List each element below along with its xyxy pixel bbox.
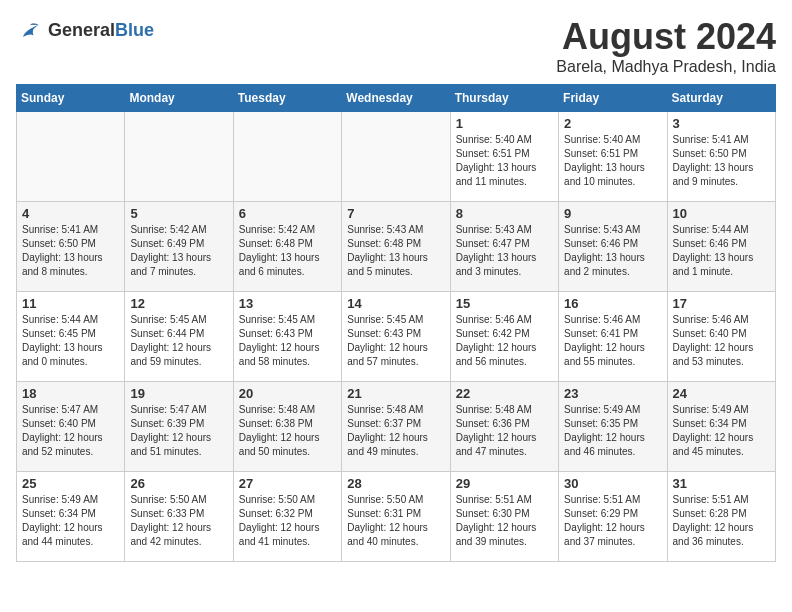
weekday-header-saturday: Saturday bbox=[667, 85, 775, 112]
weekday-header-row: SundayMondayTuesdayWednesdayThursdayFrid… bbox=[17, 85, 776, 112]
week-row-3: 11Sunrise: 5:44 AMSunset: 6:45 PMDayligh… bbox=[17, 292, 776, 382]
day-info: Sunrise: 5:50 AMSunset: 6:33 PMDaylight:… bbox=[130, 493, 227, 549]
day-info: Sunrise: 5:45 AMSunset: 6:44 PMDaylight:… bbox=[130, 313, 227, 369]
day-number: 19 bbox=[130, 386, 227, 401]
calendar-cell: 6Sunrise: 5:42 AMSunset: 6:48 PMDaylight… bbox=[233, 202, 341, 292]
week-row-1: 1Sunrise: 5:40 AMSunset: 6:51 PMDaylight… bbox=[17, 112, 776, 202]
title-area: August 2024 Barela, Madhya Pradesh, Indi… bbox=[556, 16, 776, 76]
calendar-cell bbox=[342, 112, 450, 202]
calendar-cell: 9Sunrise: 5:43 AMSunset: 6:46 PMDaylight… bbox=[559, 202, 667, 292]
day-info: Sunrise: 5:50 AMSunset: 6:31 PMDaylight:… bbox=[347, 493, 444, 549]
day-number: 9 bbox=[564, 206, 661, 221]
day-info: Sunrise: 5:41 AMSunset: 6:50 PMDaylight:… bbox=[673, 133, 770, 189]
day-info: Sunrise: 5:45 AMSunset: 6:43 PMDaylight:… bbox=[347, 313, 444, 369]
day-info: Sunrise: 5:51 AMSunset: 6:28 PMDaylight:… bbox=[673, 493, 770, 549]
calendar-cell: 17Sunrise: 5:46 AMSunset: 6:40 PMDayligh… bbox=[667, 292, 775, 382]
day-info: Sunrise: 5:47 AMSunset: 6:39 PMDaylight:… bbox=[130, 403, 227, 459]
calendar-cell: 22Sunrise: 5:48 AMSunset: 6:36 PMDayligh… bbox=[450, 382, 558, 472]
calendar-cell: 24Sunrise: 5:49 AMSunset: 6:34 PMDayligh… bbox=[667, 382, 775, 472]
calendar-cell: 29Sunrise: 5:51 AMSunset: 6:30 PMDayligh… bbox=[450, 472, 558, 562]
day-info: Sunrise: 5:46 AMSunset: 6:41 PMDaylight:… bbox=[564, 313, 661, 369]
day-number: 3 bbox=[673, 116, 770, 131]
calendar-cell: 26Sunrise: 5:50 AMSunset: 6:33 PMDayligh… bbox=[125, 472, 233, 562]
calendar-cell: 18Sunrise: 5:47 AMSunset: 6:40 PMDayligh… bbox=[17, 382, 125, 472]
weekday-header-friday: Friday bbox=[559, 85, 667, 112]
day-info: Sunrise: 5:47 AMSunset: 6:40 PMDaylight:… bbox=[22, 403, 119, 459]
day-number: 15 bbox=[456, 296, 553, 311]
day-info: Sunrise: 5:43 AMSunset: 6:48 PMDaylight:… bbox=[347, 223, 444, 279]
week-row-2: 4Sunrise: 5:41 AMSunset: 6:50 PMDaylight… bbox=[17, 202, 776, 292]
day-number: 29 bbox=[456, 476, 553, 491]
calendar-cell: 30Sunrise: 5:51 AMSunset: 6:29 PMDayligh… bbox=[559, 472, 667, 562]
day-number: 23 bbox=[564, 386, 661, 401]
day-info: Sunrise: 5:42 AMSunset: 6:48 PMDaylight:… bbox=[239, 223, 336, 279]
calendar-cell: 23Sunrise: 5:49 AMSunset: 6:35 PMDayligh… bbox=[559, 382, 667, 472]
day-info: Sunrise: 5:48 AMSunset: 6:37 PMDaylight:… bbox=[347, 403, 444, 459]
day-number: 11 bbox=[22, 296, 119, 311]
week-row-5: 25Sunrise: 5:49 AMSunset: 6:34 PMDayligh… bbox=[17, 472, 776, 562]
calendar-cell bbox=[17, 112, 125, 202]
day-info: Sunrise: 5:50 AMSunset: 6:32 PMDaylight:… bbox=[239, 493, 336, 549]
day-info: Sunrise: 5:42 AMSunset: 6:49 PMDaylight:… bbox=[130, 223, 227, 279]
day-info: Sunrise: 5:43 AMSunset: 6:46 PMDaylight:… bbox=[564, 223, 661, 279]
calendar-table: SundayMondayTuesdayWednesdayThursdayFrid… bbox=[16, 84, 776, 562]
calendar-cell: 7Sunrise: 5:43 AMSunset: 6:48 PMDaylight… bbox=[342, 202, 450, 292]
day-number: 27 bbox=[239, 476, 336, 491]
day-info: Sunrise: 5:49 AMSunset: 6:34 PMDaylight:… bbox=[673, 403, 770, 459]
day-number: 28 bbox=[347, 476, 444, 491]
week-row-4: 18Sunrise: 5:47 AMSunset: 6:40 PMDayligh… bbox=[17, 382, 776, 472]
day-number: 8 bbox=[456, 206, 553, 221]
day-info: Sunrise: 5:46 AMSunset: 6:40 PMDaylight:… bbox=[673, 313, 770, 369]
day-info: Sunrise: 5:51 AMSunset: 6:29 PMDaylight:… bbox=[564, 493, 661, 549]
day-info: Sunrise: 5:46 AMSunset: 6:42 PMDaylight:… bbox=[456, 313, 553, 369]
logo-blue: Blue bbox=[115, 20, 154, 40]
logo-text: GeneralBlue bbox=[48, 20, 154, 41]
page-header: GeneralBlue August 2024 Barela, Madhya P… bbox=[16, 16, 776, 76]
month-year: August 2024 bbox=[556, 16, 776, 58]
weekday-header-tuesday: Tuesday bbox=[233, 85, 341, 112]
day-number: 24 bbox=[673, 386, 770, 401]
day-number: 13 bbox=[239, 296, 336, 311]
day-number: 7 bbox=[347, 206, 444, 221]
day-info: Sunrise: 5:40 AMSunset: 6:51 PMDaylight:… bbox=[564, 133, 661, 189]
day-number: 4 bbox=[22, 206, 119, 221]
calendar-cell: 31Sunrise: 5:51 AMSunset: 6:28 PMDayligh… bbox=[667, 472, 775, 562]
day-number: 6 bbox=[239, 206, 336, 221]
day-number: 18 bbox=[22, 386, 119, 401]
day-info: Sunrise: 5:49 AMSunset: 6:35 PMDaylight:… bbox=[564, 403, 661, 459]
day-number: 26 bbox=[130, 476, 227, 491]
calendar-cell: 20Sunrise: 5:48 AMSunset: 6:38 PMDayligh… bbox=[233, 382, 341, 472]
day-number: 22 bbox=[456, 386, 553, 401]
calendar-cell: 28Sunrise: 5:50 AMSunset: 6:31 PMDayligh… bbox=[342, 472, 450, 562]
calendar-cell: 16Sunrise: 5:46 AMSunset: 6:41 PMDayligh… bbox=[559, 292, 667, 382]
calendar-cell: 1Sunrise: 5:40 AMSunset: 6:51 PMDaylight… bbox=[450, 112, 558, 202]
weekday-header-wednesday: Wednesday bbox=[342, 85, 450, 112]
calendar-cell: 27Sunrise: 5:50 AMSunset: 6:32 PMDayligh… bbox=[233, 472, 341, 562]
calendar-cell: 8Sunrise: 5:43 AMSunset: 6:47 PMDaylight… bbox=[450, 202, 558, 292]
calendar-cell: 14Sunrise: 5:45 AMSunset: 6:43 PMDayligh… bbox=[342, 292, 450, 382]
day-number: 17 bbox=[673, 296, 770, 311]
day-info: Sunrise: 5:48 AMSunset: 6:38 PMDaylight:… bbox=[239, 403, 336, 459]
calendar-cell: 10Sunrise: 5:44 AMSunset: 6:46 PMDayligh… bbox=[667, 202, 775, 292]
day-info: Sunrise: 5:40 AMSunset: 6:51 PMDaylight:… bbox=[456, 133, 553, 189]
calendar-cell: 13Sunrise: 5:45 AMSunset: 6:43 PMDayligh… bbox=[233, 292, 341, 382]
day-number: 30 bbox=[564, 476, 661, 491]
calendar-cell: 25Sunrise: 5:49 AMSunset: 6:34 PMDayligh… bbox=[17, 472, 125, 562]
calendar-cell: 4Sunrise: 5:41 AMSunset: 6:50 PMDaylight… bbox=[17, 202, 125, 292]
calendar-cell: 5Sunrise: 5:42 AMSunset: 6:49 PMDaylight… bbox=[125, 202, 233, 292]
day-number: 25 bbox=[22, 476, 119, 491]
day-number: 12 bbox=[130, 296, 227, 311]
day-info: Sunrise: 5:48 AMSunset: 6:36 PMDaylight:… bbox=[456, 403, 553, 459]
day-info: Sunrise: 5:44 AMSunset: 6:45 PMDaylight:… bbox=[22, 313, 119, 369]
calendar-cell: 11Sunrise: 5:44 AMSunset: 6:45 PMDayligh… bbox=[17, 292, 125, 382]
weekday-header-monday: Monday bbox=[125, 85, 233, 112]
day-number: 31 bbox=[673, 476, 770, 491]
day-info: Sunrise: 5:44 AMSunset: 6:46 PMDaylight:… bbox=[673, 223, 770, 279]
calendar-cell: 15Sunrise: 5:46 AMSunset: 6:42 PMDayligh… bbox=[450, 292, 558, 382]
logo-icon bbox=[16, 16, 44, 44]
day-number: 5 bbox=[130, 206, 227, 221]
day-info: Sunrise: 5:49 AMSunset: 6:34 PMDaylight:… bbox=[22, 493, 119, 549]
calendar-cell: 3Sunrise: 5:41 AMSunset: 6:50 PMDaylight… bbox=[667, 112, 775, 202]
day-number: 14 bbox=[347, 296, 444, 311]
day-number: 20 bbox=[239, 386, 336, 401]
